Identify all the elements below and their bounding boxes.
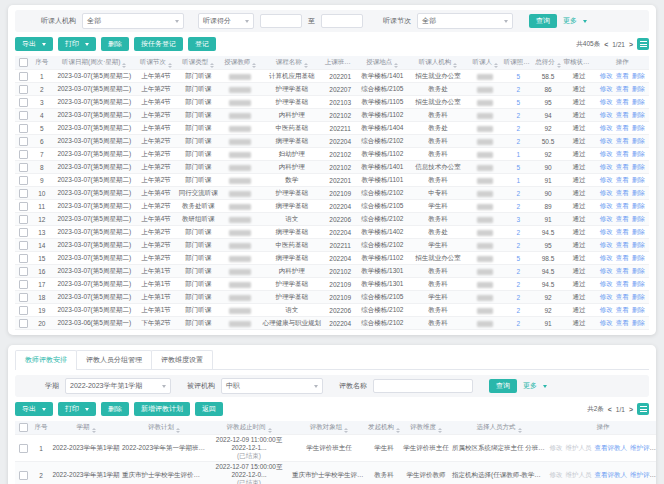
term-select[interactable]: 2022-2023学年第1学期 [65,378,171,394]
row-op-查看-link[interactable]: 查看 [616,319,629,326]
row-op-查看-link[interactable]: 查看 [616,98,629,105]
sort-icon[interactable] [438,428,442,433]
row-checkbox[interactable] [19,176,28,185]
row-op-修改-link[interactable]: 修改 [600,189,613,196]
row-op-修改-link[interactable]: 修改 [600,163,613,170]
row-checkbox[interactable] [19,189,28,198]
row-op-查看-link[interactable]: 查看 [616,267,629,274]
photo-count-link[interactable]: 2 [516,86,520,93]
row-op-查看-link[interactable]: 查看 [616,189,629,196]
evaluation-print-button[interactable]: 打印 [58,402,96,416]
row-op-删除-link[interactable]: 删除 [632,176,645,183]
row-checkbox[interactable] [19,202,28,211]
evaluated-org-select[interactable]: 中职 [221,378,323,394]
row-op-查看-link[interactable]: 查看 [616,202,629,209]
evaluation-search-button[interactable]: 查询 [489,379,517,393]
print-button[interactable]: 打印 [58,37,96,51]
row-op-删除-link[interactable]: 删除 [632,124,645,131]
row-op-查看-link[interactable]: 查看 [616,85,629,92]
more-filters-link[interactable]: 更多 [563,16,587,26]
row-checkbox[interactable] [19,267,28,276]
row-op-修改-link[interactable]: 修改 [600,150,613,157]
photo-count-link[interactable]: 5 [516,73,520,80]
row-op-修改-link[interactable]: 修改 [600,111,613,118]
row-op-查看评教人-link[interactable]: 查看评教人 [595,444,628,451]
row-op-修改-link[interactable]: 修改 [600,137,613,144]
row-op-修改-link[interactable]: 修改 [600,202,613,209]
row-op-维护评教人员方式-link[interactable]: 维护评教人员方式 [630,444,656,451]
photo-count-link[interactable]: 2 [516,281,520,288]
sort-icon[interactable] [92,428,96,433]
row-op-删除-link[interactable]: 删除 [632,189,645,196]
row-op-删除-link[interactable]: 删除 [632,85,645,92]
photo-count-link[interactable]: 5 [516,255,520,262]
sort-icon[interactable] [344,428,348,433]
sort-icon[interactable] [122,63,126,68]
photo-count-link[interactable]: 2 [516,242,520,249]
row-op-删除-link[interactable]: 删除 [632,137,645,144]
row-op-修改-link[interactable]: 修改 [600,293,613,300]
tab-评教维度设置[interactable]: 评教维度设置 [151,350,213,369]
row-op-修改-link[interactable]: 修改 [600,98,613,105]
row-checkbox[interactable] [19,124,28,133]
row-op-修改-link[interactable]: 修改 [600,72,613,79]
row-op-删除-link[interactable]: 删除 [632,72,645,79]
sort-icon[interactable] [304,63,308,68]
row-op-删除-link[interactable]: 删除 [632,293,645,300]
row-checkbox[interactable] [19,254,28,263]
photo-count-link[interactable]: 2 [516,112,520,119]
row-op-删除-link[interactable]: 删除 [632,111,645,118]
sort-icon[interactable] [252,63,256,68]
register-by-task-button[interactable]: 按任务登记 [134,37,183,51]
row-op-删除-link[interactable]: 删除 [632,306,645,313]
sort-icon[interactable] [518,428,522,433]
row-op-查看-link[interactable]: 查看 [616,72,629,79]
row-op-查看-link[interactable]: 查看 [616,228,629,235]
row-op-修改-link[interactable]: 修改 [600,215,613,222]
row-op-修改-link[interactable]: 修改 [600,124,613,131]
score-from-input[interactable] [260,14,302,28]
row-op-查看-link[interactable]: 查看 [616,306,629,313]
add-evaluation-plan-button[interactable]: 新增评教计划 [134,402,190,416]
row-op-删除-link[interactable]: 删除 [632,98,645,105]
photo-count-link[interactable]: 2 [516,320,520,327]
photo-count-link[interactable]: 2 [516,203,520,210]
row-op-删除-link[interactable]: 删除 [632,319,645,326]
row-op-查看-link[interactable]: 查看 [616,163,629,170]
row-checkbox[interactable] [19,306,28,315]
row-op-查看-link[interactable]: 查看 [616,241,629,248]
row-checkbox[interactable] [19,471,28,480]
export-button[interactable]: 导出 [15,37,53,51]
row-checkbox[interactable] [19,137,28,146]
row-checkbox[interactable] [19,444,28,453]
sort-icon[interactable] [176,428,180,433]
photo-count-link[interactable]: 2 [516,307,520,314]
row-checkbox[interactable] [19,280,28,289]
sort-icon[interactable] [532,63,534,68]
row-op-查看评教人-link[interactable]: 查看评教人 [595,471,628,478]
sort-icon[interactable] [210,63,214,68]
back-button[interactable]: 返回 [195,402,223,416]
sort-icon[interactable] [396,428,400,433]
row-checkbox[interactable] [19,293,28,302]
photo-count-link[interactable]: 1 [516,177,520,184]
photo-count-link[interactable]: 1 [516,151,520,158]
row-checkbox[interactable] [19,215,28,224]
row-op-删除-link[interactable]: 删除 [632,163,645,170]
row-op-删除-link[interactable]: 删除 [632,150,645,157]
sort-icon[interactable] [453,63,457,68]
score-to-input[interactable] [321,14,363,28]
row-op-查看-link[interactable]: 查看 [616,111,629,118]
row-op-修改-link[interactable]: 修改 [600,176,613,183]
row-checkbox[interactable] [19,98,28,107]
select-all-checkbox[interactable] [19,58,28,67]
tab-评教人员分组管理[interactable]: 评教人员分组管理 [76,350,152,369]
row-op-删除-link[interactable]: 删除 [632,215,645,222]
row-op-删除-link[interactable]: 删除 [632,241,645,248]
evaluation-more-link[interactable]: 更多 [523,381,547,391]
row-op-删除-link[interactable]: 删除 [632,280,645,287]
sort-icon[interactable] [353,63,357,68]
row-checkbox[interactable] [19,111,28,120]
plan-name-input[interactable] [373,379,473,393]
column-settings-icon[interactable] [637,38,649,50]
